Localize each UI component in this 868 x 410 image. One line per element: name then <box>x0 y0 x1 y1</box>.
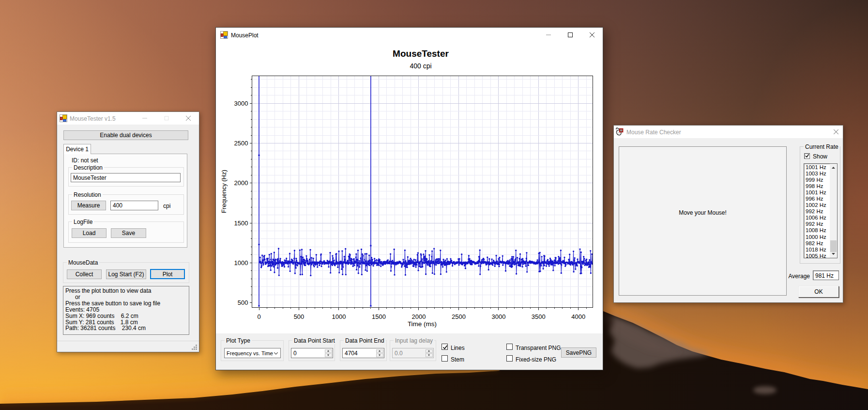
svg-text:400 cpi: 400 cpi <box>410 62 431 70</box>
svg-text:3000: 3000 <box>491 313 505 320</box>
svg-text:0: 0 <box>257 313 260 320</box>
svg-text:1000: 1000 <box>332 313 346 320</box>
svg-text:500: 500 <box>238 299 248 306</box>
svg-text:500: 500 <box>294 313 305 320</box>
svg-text:MouseTester: MouseTester <box>393 48 449 59</box>
svg-text:1000: 1000 <box>234 259 248 267</box>
svg-text:3000: 3000 <box>234 100 248 107</box>
svg-text:2000: 2000 <box>234 179 248 187</box>
svg-text:2000: 2000 <box>411 313 426 320</box>
svg-text:2500: 2500 <box>452 313 466 320</box>
svg-text:4000: 4000 <box>571 313 585 320</box>
svg-text:3500: 3500 <box>532 313 546 320</box>
svg-text:Time (ms): Time (ms) <box>408 320 437 328</box>
svg-text:Frequency (Hz): Frequency (Hz) <box>220 170 228 213</box>
svg-text:1500: 1500 <box>372 313 386 320</box>
svg-text:2500: 2500 <box>234 140 248 147</box>
svg-text:1500: 1500 <box>234 220 248 227</box>
